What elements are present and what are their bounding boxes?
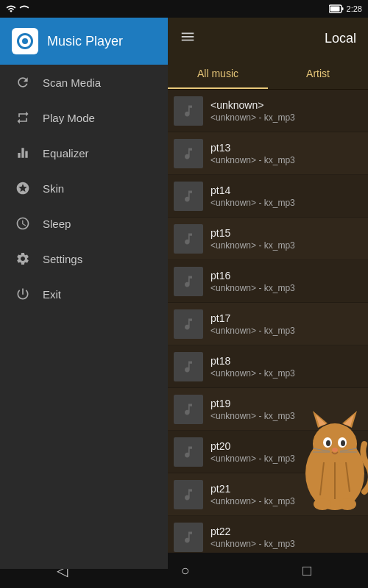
- song-thumbnail: [174, 224, 203, 254]
- status-bar: 2:28: [0, 0, 368, 18]
- list-item[interactable]: pt13<unknown> - kx_mp3: [168, 132, 368, 175]
- sidebar: Music Player Scan Media Play Mode Equali…: [0, 18, 168, 569]
- recent-button[interactable]: □: [285, 556, 329, 585]
- list-item[interactable]: pt19<unknown> - kx_mp3: [168, 388, 368, 431]
- sidebar-item-skin[interactable]: Skin: [0, 171, 168, 206]
- song-meta: <unknown> - kx_mp3: [210, 368, 362, 379]
- svg-rect-2: [342, 7, 343, 10]
- song-title: pt14: [210, 184, 362, 196]
- tab-all-music[interactable]: All music: [168, 59, 268, 89]
- song-info: pt22<unknown> - kx_mp3: [210, 526, 362, 549]
- song-info: pt18<unknown> - kx_mp3: [210, 355, 362, 379]
- equalizer-label: Equalizer: [43, 147, 89, 159]
- exit-icon: [15, 286, 31, 302]
- song-title: pt19: [210, 398, 362, 409]
- song-title: pt18: [210, 355, 362, 367]
- song-thumbnail: [174, 139, 203, 168]
- song-title: pt20: [210, 440, 362, 452]
- tab-artist[interactable]: Artist: [268, 59, 368, 89]
- sidebar-item-exit[interactable]: Exit: [0, 276, 168, 312]
- app-title: Music Player: [47, 34, 123, 49]
- song-title: pt15: [210, 227, 362, 239]
- settings-label: Settings: [43, 253, 82, 265]
- battery-icon: [329, 4, 344, 13]
- home-button[interactable]: ○: [163, 556, 207, 585]
- song-thumbnail: [174, 352, 203, 381]
- song-info: <unknown><unknown> - kx_mp3: [210, 99, 362, 123]
- skin-label: Skin: [43, 182, 64, 195]
- signal-icon: [19, 4, 29, 14]
- content-header: Local: [168, 18, 368, 59]
- settings-icon: [15, 251, 31, 267]
- sidebar-item-scan-media[interactable]: Scan Media: [0, 65, 168, 100]
- song-meta: <unknown> - kx_mp3: [210, 411, 362, 421]
- wifi-icon: [6, 4, 16, 14]
- song-meta: <unknown> - kx_mp3: [210, 155, 362, 165]
- list-item[interactable]: pt17<unknown> - kx_mp3: [168, 303, 368, 345]
- sleep-label: Sleep: [43, 218, 71, 230]
- hamburger-menu-button[interactable]: [177, 26, 199, 51]
- song-title: pt22: [210, 526, 362, 537]
- song-title: pt16: [210, 270, 362, 282]
- sidebar-item-play-mode[interactable]: Play Mode: [0, 100, 168, 135]
- list-item[interactable]: pt16<unknown> - kx_mp3: [168, 260, 368, 303]
- song-thumbnail: [174, 96, 203, 126]
- song-meta: <unknown> - kx_mp3: [210, 539, 362, 549]
- time-display: 2:28: [347, 4, 362, 13]
- song-title: pt13: [210, 142, 362, 154]
- skin-icon: [15, 180, 31, 196]
- song-info: pt19<unknown> - kx_mp3: [210, 398, 362, 421]
- song-title: <unknown>: [210, 99, 362, 111]
- song-thumbnail: [174, 437, 203, 467]
- song-meta: <unknown> - kx_mp3: [210, 283, 362, 293]
- song-thumbnail: [174, 395, 203, 424]
- song-meta: <unknown> - kx_mp3: [210, 453, 362, 464]
- song-title: pt17: [210, 312, 362, 324]
- song-info: pt17<unknown> - kx_mp3: [210, 312, 362, 336]
- equalizer-icon: [15, 145, 31, 161]
- song-title: pt21: [210, 483, 362, 495]
- status-left-icons: [6, 4, 29, 14]
- status-right-area: 2:28: [329, 4, 362, 13]
- song-thumbnail: [174, 523, 203, 552]
- song-thumbnail: [174, 309, 203, 339]
- songs-container: <unknown><unknown> - kx_mp3pt13<unknown>…: [168, 90, 368, 569]
- song-meta: <unknown> - kx_mp3: [210, 496, 362, 506]
- sleep-icon: [15, 215, 31, 232]
- song-thumbnail: [174, 267, 203, 296]
- song-thumbnail: [174, 480, 203, 509]
- list-item[interactable]: pt14<unknown> - kx_mp3: [168, 175, 368, 218]
- song-info: pt16<unknown> - kx_mp3: [210, 270, 362, 293]
- song-thumbnail: [174, 182, 203, 211]
- svg-rect-1: [330, 7, 339, 12]
- app-icon: [12, 28, 38, 54]
- play-mode-label: Play Mode: [43, 112, 95, 124]
- song-info: pt21<unknown> - kx_mp3: [210, 483, 362, 506]
- song-meta: <unknown> - kx_mp3: [210, 112, 362, 123]
- list-item[interactable]: pt20<unknown> - kx_mp3: [168, 431, 368, 473]
- song-info: pt14<unknown> - kx_mp3: [210, 184, 362, 208]
- play-mode-icon: [15, 110, 31, 126]
- exit-label: Exit: [43, 288, 61, 301]
- song-list[interactable]: <unknown><unknown> - kx_mp3pt13<unknown>…: [168, 90, 368, 569]
- content-panel: Local All music Artist: [168, 18, 368, 569]
- scan-media-icon: [15, 74, 31, 90]
- list-item[interactable]: pt15<unknown> - kx_mp3: [168, 218, 368, 260]
- sidebar-item-sleep[interactable]: Sleep: [0, 206, 168, 241]
- song-info: pt20<unknown> - kx_mp3: [210, 440, 362, 464]
- sidebar-item-settings[interactable]: Settings: [0, 241, 168, 276]
- song-info: pt15<unknown> - kx_mp3: [210, 227, 362, 251]
- content-title: Local: [208, 31, 359, 46]
- list-item[interactable]: pt21<unknown> - kx_mp3: [168, 473, 368, 516]
- app-icon-inner: [17, 33, 33, 49]
- list-item[interactable]: <unknown><unknown> - kx_mp3: [168, 90, 368, 132]
- song-meta: <unknown> - kx_mp3: [210, 198, 362, 208]
- tabs-row: All music Artist: [168, 59, 368, 90]
- list-item[interactable]: pt18<unknown> - kx_mp3: [168, 345, 368, 388]
- song-info: pt13<unknown> - kx_mp3: [210, 142, 362, 165]
- main-container: Music Player Scan Media Play Mode Equali…: [0, 18, 368, 569]
- sidebar-header: Music Player: [0, 18, 168, 65]
- song-meta: <unknown> - kx_mp3: [210, 240, 362, 251]
- scan-media-label: Scan Media: [43, 76, 101, 89]
- sidebar-item-equalizer[interactable]: Equalizer: [0, 135, 168, 171]
